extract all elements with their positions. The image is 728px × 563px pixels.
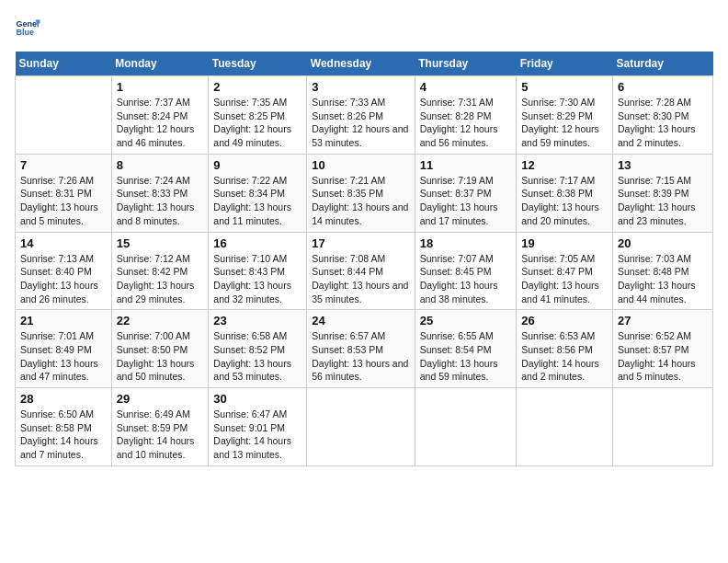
page-header: General Blue	[15, 15, 713, 40]
calendar-cell: 15Sunrise: 7:12 AMSunset: 8:42 PMDayligh…	[111, 232, 209, 310]
day-info: Sunrise: 7:07 AMSunset: 8:45 PMDaylight:…	[420, 252, 511, 306]
calendar-cell: 13Sunrise: 7:15 AMSunset: 8:39 PMDayligh…	[612, 154, 712, 232]
calendar-cell: 25Sunrise: 6:55 AMSunset: 8:54 PMDayligh…	[415, 310, 516, 388]
calendar-cell	[517, 388, 613, 466]
calendar-cell: 10Sunrise: 7:21 AMSunset: 8:35 PMDayligh…	[307, 154, 415, 232]
day-number: 25	[420, 314, 511, 327]
day-number: 12	[521, 158, 608, 172]
day-number: 2	[213, 80, 301, 94]
weekday-header-friday: Friday	[517, 52, 613, 76]
calendar-cell: 17Sunrise: 7:08 AMSunset: 8:44 PMDayligh…	[307, 232, 415, 310]
day-number: 14	[20, 236, 107, 250]
weekday-header-saturday: Saturday	[612, 52, 712, 76]
logo-icon: General Blue	[15, 15, 40, 40]
weekday-header-sunday: Sunday	[16, 52, 112, 76]
calendar-cell: 16Sunrise: 7:10 AMSunset: 8:43 PMDayligh…	[209, 232, 307, 310]
calendar-cell: 21Sunrise: 7:01 AMSunset: 8:49 PMDayligh…	[16, 310, 112, 388]
day-number: 28	[20, 392, 107, 406]
calendar-cell: 7Sunrise: 7:26 AMSunset: 8:31 PMDaylight…	[16, 154, 112, 232]
day-number: 27	[618, 314, 708, 327]
day-info: Sunrise: 7:08 AMSunset: 8:44 PMDaylight:…	[312, 252, 410, 306]
day-info: Sunrise: 7:26 AMSunset: 8:31 PMDaylight:…	[20, 174, 107, 228]
svg-text:Blue: Blue	[16, 28, 34, 37]
day-number: 4	[420, 80, 511, 94]
day-number: 16	[213, 236, 301, 250]
calendar-cell: 28Sunrise: 6:50 AMSunset: 8:58 PMDayligh…	[16, 388, 112, 466]
day-number: 17	[312, 236, 410, 250]
day-info: Sunrise: 7:24 AMSunset: 8:33 PMDaylight:…	[117, 174, 204, 228]
day-number: 18	[420, 236, 511, 250]
calendar-cell: 24Sunrise: 6:57 AMSunset: 8:53 PMDayligh…	[307, 310, 415, 388]
day-info: Sunrise: 7:37 AMSunset: 8:24 PMDaylight:…	[117, 96, 204, 150]
day-info: Sunrise: 7:01 AMSunset: 8:49 PMDaylight:…	[20, 329, 107, 384]
calendar-table: SundayMondayTuesdayWednesdayThursdayFrid…	[15, 52, 713, 466]
calendar-cell: 1Sunrise: 7:37 AMSunset: 8:24 PMDaylight…	[111, 76, 209, 155]
calendar-cell: 14Sunrise: 7:13 AMSunset: 8:40 PMDayligh…	[16, 232, 112, 310]
day-info: Sunrise: 6:55 AMSunset: 8:54 PMDaylight:…	[420, 329, 511, 384]
weekday-header-wednesday: Wednesday	[307, 52, 415, 76]
logo: General Blue	[15, 15, 40, 40]
day-info: Sunrise: 7:13 AMSunset: 8:40 PMDaylight:…	[20, 252, 107, 306]
day-number: 29	[117, 392, 204, 406]
day-info: Sunrise: 7:31 AMSunset: 8:28 PMDaylight:…	[420, 96, 511, 150]
week-row-2: 7Sunrise: 7:26 AMSunset: 8:31 PMDaylight…	[16, 154, 713, 232]
weekday-header-thursday: Thursday	[415, 52, 516, 76]
calendar-cell: 30Sunrise: 6:47 AMSunset: 9:01 PMDayligh…	[209, 388, 307, 466]
day-number: 3	[312, 80, 410, 94]
week-row-3: 14Sunrise: 7:13 AMSunset: 8:40 PMDayligh…	[16, 232, 713, 310]
day-info: Sunrise: 7:28 AMSunset: 8:30 PMDaylight:…	[618, 96, 708, 150]
calendar-cell: 6Sunrise: 7:28 AMSunset: 8:30 PMDaylight…	[612, 76, 712, 155]
day-info: Sunrise: 7:00 AMSunset: 8:50 PMDaylight:…	[117, 329, 204, 384]
calendar-cell: 3Sunrise: 7:33 AMSunset: 8:26 PMDaylight…	[307, 76, 415, 155]
day-info: Sunrise: 7:33 AMSunset: 8:26 PMDaylight:…	[312, 96, 410, 150]
calendar-cell: 27Sunrise: 6:52 AMSunset: 8:57 PMDayligh…	[612, 310, 712, 388]
day-number: 24	[312, 314, 410, 327]
day-number: 22	[117, 314, 204, 327]
week-row-5: 28Sunrise: 6:50 AMSunset: 8:58 PMDayligh…	[16, 388, 713, 466]
day-info: Sunrise: 7:30 AMSunset: 8:29 PMDaylight:…	[521, 96, 608, 150]
day-number: 6	[618, 80, 708, 94]
day-number: 13	[618, 158, 708, 172]
day-info: Sunrise: 7:10 AMSunset: 8:43 PMDaylight:…	[213, 252, 301, 306]
day-info: Sunrise: 6:57 AMSunset: 8:53 PMDaylight:…	[312, 329, 410, 384]
day-number: 11	[420, 158, 511, 172]
day-info: Sunrise: 7:35 AMSunset: 8:25 PMDaylight:…	[213, 96, 301, 150]
weekday-header-tuesday: Tuesday	[209, 52, 307, 76]
calendar-cell: 19Sunrise: 7:05 AMSunset: 8:47 PMDayligh…	[517, 232, 613, 310]
calendar-cell: 8Sunrise: 7:24 AMSunset: 8:33 PMDaylight…	[111, 154, 209, 232]
calendar-cell: 12Sunrise: 7:17 AMSunset: 8:38 PMDayligh…	[517, 154, 613, 232]
day-info: Sunrise: 7:03 AMSunset: 8:48 PMDaylight:…	[618, 252, 708, 306]
day-number: 26	[521, 314, 608, 327]
week-row-4: 21Sunrise: 7:01 AMSunset: 8:49 PMDayligh…	[16, 310, 713, 388]
calendar-cell: 22Sunrise: 7:00 AMSunset: 8:50 PMDayligh…	[111, 310, 209, 388]
calendar-cell: 20Sunrise: 7:03 AMSunset: 8:48 PMDayligh…	[612, 232, 712, 310]
day-info: Sunrise: 7:17 AMSunset: 8:38 PMDaylight:…	[521, 174, 608, 228]
calendar-cell: 5Sunrise: 7:30 AMSunset: 8:29 PMDaylight…	[517, 76, 613, 155]
day-number: 5	[521, 80, 608, 94]
day-info: Sunrise: 6:49 AMSunset: 8:59 PMDaylight:…	[117, 408, 204, 462]
day-number: 10	[312, 158, 410, 172]
calendar-cell	[307, 388, 415, 466]
day-info: Sunrise: 6:58 AMSunset: 8:52 PMDaylight:…	[213, 329, 301, 384]
calendar-header: SundayMondayTuesdayWednesdayThursdayFrid…	[16, 52, 713, 76]
day-number: 1	[117, 80, 204, 94]
day-info: Sunrise: 7:15 AMSunset: 8:39 PMDaylight:…	[618, 174, 708, 228]
day-number: 30	[213, 392, 301, 406]
day-number: 19	[521, 236, 608, 250]
day-number: 9	[213, 158, 301, 172]
calendar-cell: 4Sunrise: 7:31 AMSunset: 8:28 PMDaylight…	[415, 76, 516, 155]
day-info: Sunrise: 6:52 AMSunset: 8:57 PMDaylight:…	[618, 329, 708, 384]
weekday-header-monday: Monday	[111, 52, 209, 76]
calendar-cell: 9Sunrise: 7:22 AMSunset: 8:34 PMDaylight…	[209, 154, 307, 232]
day-number: 20	[618, 236, 708, 250]
day-info: Sunrise: 6:47 AMSunset: 9:01 PMDaylight:…	[213, 408, 301, 462]
calendar-cell: 29Sunrise: 6:49 AMSunset: 8:59 PMDayligh…	[111, 388, 209, 466]
day-number: 21	[20, 314, 107, 327]
calendar-cell	[612, 388, 712, 466]
calendar-cell: 18Sunrise: 7:07 AMSunset: 8:45 PMDayligh…	[415, 232, 516, 310]
day-info: Sunrise: 7:19 AMSunset: 8:37 PMDaylight:…	[420, 174, 511, 228]
day-info: Sunrise: 6:53 AMSunset: 8:56 PMDaylight:…	[521, 329, 608, 384]
day-number: 8	[117, 158, 204, 172]
calendar-cell: 11Sunrise: 7:19 AMSunset: 8:37 PMDayligh…	[415, 154, 516, 232]
day-number: 23	[213, 314, 301, 327]
